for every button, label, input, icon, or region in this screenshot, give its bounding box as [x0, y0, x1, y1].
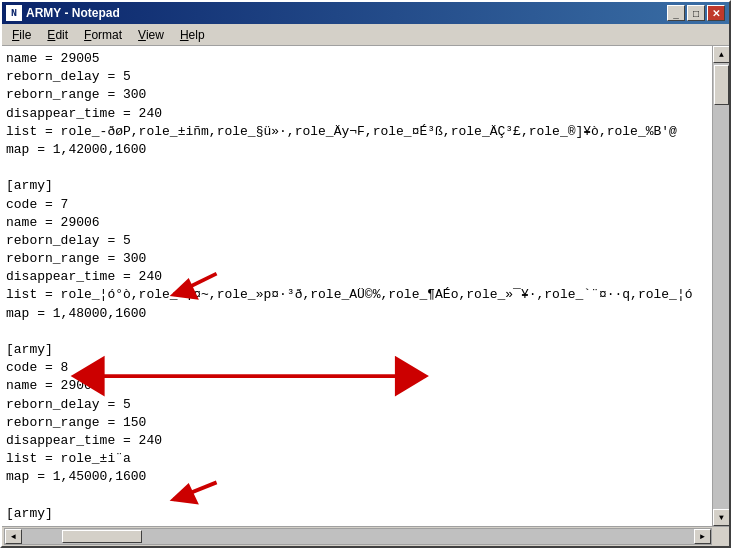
menu-bar: File Edit Format View Help: [2, 24, 729, 46]
menu-view[interactable]: View: [130, 26, 172, 44]
scroll-right-button[interactable]: ►: [694, 529, 711, 544]
title-bar: N ARMY - Notepad _ □ ✕: [2, 2, 729, 24]
window-title: ARMY - Notepad: [26, 6, 120, 20]
scroll-track-vertical[interactable]: [713, 63, 729, 509]
horizontal-scrollbar[interactable]: ◄ ►: [4, 528, 712, 545]
title-bar-left: N ARMY - Notepad: [6, 5, 120, 21]
content-area: name = 29005 reborn_delay = 5 reborn_ran…: [2, 46, 729, 526]
menu-help[interactable]: Help: [172, 26, 213, 44]
close-button[interactable]: ✕: [707, 5, 725, 21]
scroll-up-button[interactable]: ▲: [713, 46, 729, 63]
main-window: N ARMY - Notepad _ □ ✕ File Edit Format …: [0, 0, 731, 548]
menu-edit[interactable]: Edit: [39, 26, 76, 44]
scrollbar-corner: [712, 528, 729, 545]
window-controls: _ □ ✕: [667, 5, 725, 21]
scroll-thumb-vertical[interactable]: [714, 65, 729, 105]
scroll-down-button[interactable]: ▼: [713, 509, 729, 526]
text-editor[interactable]: name = 29005 reborn_delay = 5 reborn_ran…: [2, 46, 712, 526]
bottom-bar: ◄ ►: [2, 526, 729, 546]
scroll-thumb-horizontal[interactable]: [62, 530, 142, 543]
scroll-track-horizontal[interactable]: [22, 529, 694, 544]
vertical-scrollbar[interactable]: ▲ ▼: [712, 46, 729, 526]
app-icon: N: [6, 5, 22, 21]
maximize-button[interactable]: □: [687, 5, 705, 21]
menu-format[interactable]: Format: [76, 26, 130, 44]
app-icon-text: N: [11, 8, 17, 19]
menu-file[interactable]: File: [4, 26, 39, 44]
minimize-button[interactable]: _: [667, 5, 685, 21]
scroll-left-button[interactable]: ◄: [5, 529, 22, 544]
